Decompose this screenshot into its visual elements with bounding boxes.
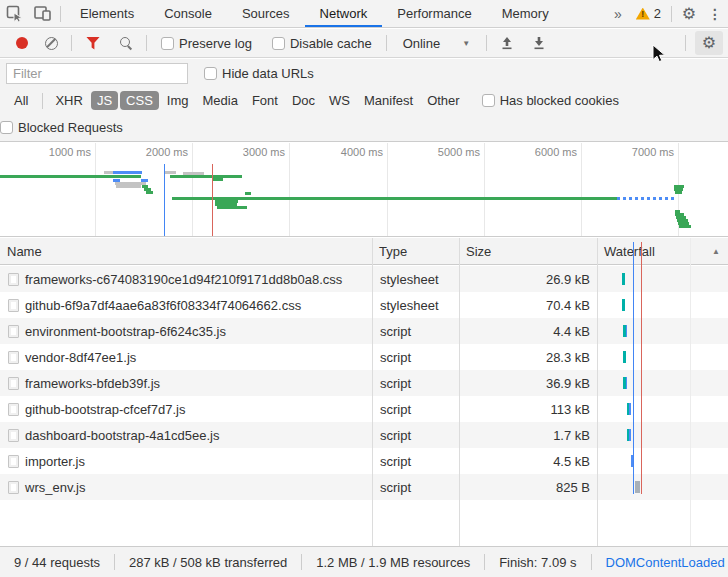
hide-data-urls-checkbox[interactable]: Hide data URLs: [204, 66, 314, 81]
search-icon[interactable]: [119, 36, 133, 50]
has-blocked-cookies-checkbox[interactable]: Has blocked cookies: [482, 93, 619, 108]
type-filter-xhr[interactable]: XHR: [49, 91, 88, 110]
settings-gear-icon[interactable]: ⚙: [676, 1, 702, 27]
timeline-tick-label: 2000 ms: [146, 146, 192, 158]
request-name-cell: environment-bootstrap-6f624c35.js: [0, 318, 372, 344]
column-header-name[interactable]: Name: [0, 238, 372, 264]
timeline-tick-label: 1000 ms: [49, 146, 95, 158]
overview-request-bar: [104, 171, 113, 174]
column-divider[interactable]: [372, 238, 373, 546]
overview-request-bar: [116, 185, 141, 188]
status-item: 1.2 MB / 1.9 MB resources: [302, 555, 484, 570]
waterfall-gridline: [690, 238, 691, 546]
table-row[interactable]: github-bootstrap-cfcef7d7.jsscript113 kB: [0, 396, 728, 422]
request-type-cell: script: [372, 318, 459, 344]
filter-input[interactable]: [6, 63, 188, 84]
overview-request-bar: [617, 197, 674, 200]
blocked-requests-checkbox[interactable]: Blocked Requests: [0, 120, 123, 135]
device-toolbar-icon[interactable]: [28, 1, 56, 27]
table-row[interactable]: github-6f9a7df4aae6a83f6f08334f74064662.…: [0, 292, 728, 318]
type-filter-js[interactable]: JS: [91, 91, 118, 110]
request-waterfall-cell: [597, 370, 728, 396]
column-divider[interactable]: [459, 238, 460, 546]
request-type-cell: script: [372, 422, 459, 448]
tab-performance[interactable]: Performance: [382, 0, 486, 27]
table-row[interactable]: frameworks-c674083190ce1d94f210f9171dd8b…: [0, 266, 728, 292]
timeline-tick-label: 6000 ms: [535, 146, 581, 158]
blocked-requests-label: Blocked Requests: [18, 120, 123, 135]
tab-elements[interactable]: Elements: [65, 0, 149, 27]
file-icon: [8, 403, 19, 416]
timeline-gridline: [95, 143, 96, 236]
type-filter-other[interactable]: Other: [421, 91, 466, 110]
resource-type-filter-row: AllXHRJSCSSImgMediaFontDocWSManifestOthe…: [0, 87, 728, 114]
import-har-icon[interactable]: [499, 35, 515, 51]
request-name-cell: dashboard-bootstrap-4a1cd5ee.js: [0, 422, 372, 448]
preserve-log-checkbox[interactable]: Preserve log: [161, 36, 252, 51]
column-header-type[interactable]: Type: [372, 238, 459, 264]
type-filter-manifest[interactable]: Manifest: [358, 91, 419, 110]
table-row[interactable]: wrs_env.jsscript825 B: [0, 474, 728, 500]
has-blocked-cookies-label: Has blocked cookies: [500, 93, 619, 108]
divider: [146, 35, 147, 51]
network-overview-timeline[interactable]: 1000 ms2000 ms3000 ms4000 ms5000 ms6000 …: [0, 143, 728, 237]
request-name: github-6f9a7df4aae6a83f6f08334f74064662.…: [25, 298, 301, 313]
type-filter-doc[interactable]: Doc: [286, 91, 321, 110]
table-row[interactable]: frameworks-bfdeb39f.jsscript36.9 kB: [0, 370, 728, 396]
tab-console[interactable]: Console: [149, 0, 227, 27]
tab-memory[interactable]: Memory: [487, 0, 564, 27]
blocked-requests-row: Blocked Requests: [0, 114, 728, 142]
inspect-element-icon[interactable]: [0, 1, 28, 27]
waterfall-bar: [622, 299, 625, 311]
type-filter-img[interactable]: Img: [161, 91, 195, 110]
filter-funnel-icon[interactable]: [86, 37, 100, 50]
timeline-gridline: [289, 143, 290, 236]
clear-icon[interactable]: [45, 37, 58, 50]
type-filter-all[interactable]: All: [8, 91, 34, 110]
kebab-menu-icon[interactable]: ⋮: [702, 1, 728, 27]
request-size-cell: 4.4 kB: [459, 318, 597, 344]
load-event-line: [641, 242, 642, 494]
divider: [42, 93, 43, 109]
throttling-select[interactable]: Online ▼: [403, 36, 471, 51]
warning-count: 2: [654, 6, 661, 21]
type-filter-ws[interactable]: WS: [323, 91, 356, 110]
more-tabs-chevron[interactable]: »: [606, 6, 630, 22]
table-row[interactable]: vendor-8df47ee1.jsscript28.3 kB: [0, 344, 728, 370]
column-header-waterfall[interactable]: Waterfall ▲: [597, 238, 728, 264]
request-name-cell: vendor-8df47ee1.js: [0, 344, 372, 370]
request-size-cell: 70.4 kB: [459, 292, 597, 318]
checkbox: [482, 94, 495, 107]
request-name-cell: wrs_env.js: [0, 474, 372, 500]
disable-cache-checkbox[interactable]: Disable cache: [272, 36, 372, 51]
disable-cache-label: Disable cache: [290, 36, 372, 51]
request-rows: frameworks-c674083190ce1d94f210f9171dd8b…: [0, 266, 728, 500]
request-waterfall-cell: [597, 344, 728, 370]
column-divider[interactable]: [597, 238, 598, 546]
tab-network[interactable]: Network: [305, 0, 383, 27]
request-size-cell: 26.9 kB: [459, 266, 597, 292]
table-row[interactable]: importer.jsscript4.5 kB: [0, 448, 728, 474]
tab-sources[interactable]: Sources: [227, 0, 305, 27]
type-filter-media[interactable]: Media: [196, 91, 243, 110]
table-row[interactable]: environment-bootstrap-6f624c35.jsscript4…: [0, 318, 728, 344]
filter-row: Hide data URLs: [0, 59, 728, 87]
checkbox: [204, 67, 217, 80]
request-type-cell: script: [372, 370, 459, 396]
overview-request-bar: [679, 225, 691, 228]
export-har-icon[interactable]: [531, 35, 547, 51]
record-button[interactable]: [16, 37, 28, 49]
column-header-size[interactable]: Size: [459, 238, 597, 264]
timeline-tick-label: 7000 ms: [632, 146, 678, 158]
request-name: vendor-8df47ee1.js: [25, 350, 136, 365]
type-filter-css[interactable]: CSS: [120, 91, 159, 110]
request-type-cell: script: [372, 344, 459, 370]
request-name: frameworks-c674083190ce1d94f210f9171dd8b…: [25, 272, 342, 287]
network-settings-gear-icon[interactable]: ⚙: [695, 31, 723, 55]
timeline-gridline: [581, 143, 582, 236]
request-name: dashboard-bootstrap-4a1cd5ee.js: [25, 428, 219, 443]
table-row[interactable]: dashboard-bootstrap-4a1cd5ee.jsscript1.7…: [0, 422, 728, 448]
checkbox: [0, 121, 13, 134]
type-filter-font[interactable]: Font: [246, 91, 284, 110]
warning-count-badge[interactable]: ! 2: [630, 6, 667, 21]
